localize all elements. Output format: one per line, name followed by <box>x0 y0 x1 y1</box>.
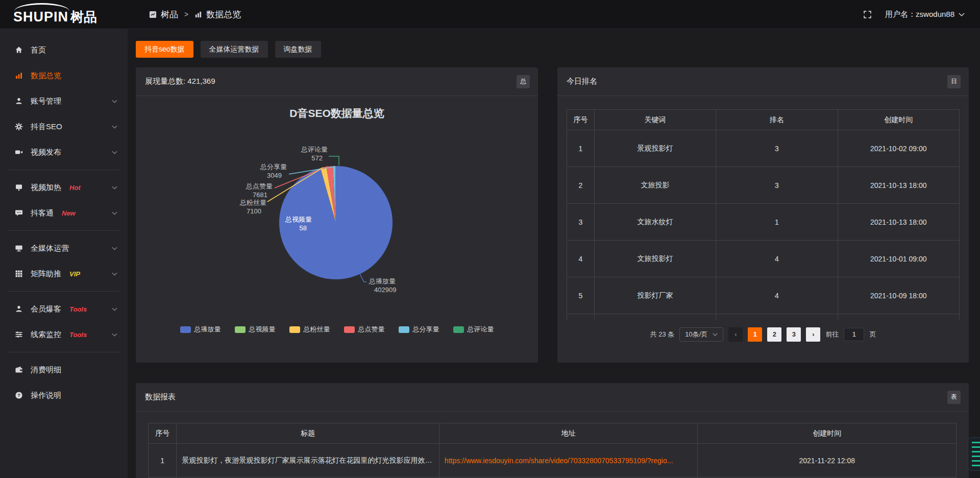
chevron-down-icon <box>112 211 117 215</box>
app-logo: SHUPIN 树品 <box>13 3 97 26</box>
sidebar-divider <box>8 352 119 352</box>
sidebar-item-member[interactable]: 会员爆客 Tools <box>0 296 128 322</box>
legend-item-shares[interactable]: 总分享量 <box>399 325 439 334</box>
user-icon <box>14 97 23 105</box>
breadcrumb-separator: > <box>184 10 188 18</box>
grid-icon <box>14 270 23 278</box>
chevron-down-icon <box>112 247 117 250</box>
sidebar-divider <box>8 230 119 231</box>
page-button-2[interactable]: 2 <box>767 327 781 342</box>
overview-toggle-button[interactable]: 总 <box>517 75 530 88</box>
tab-inquiry-data[interactable]: 询盘数据 <box>275 41 321 58</box>
goto-page-input[interactable] <box>844 328 864 341</box>
report-url-link[interactable]: https://www.iesdouyin.com/share/video/70… <box>445 457 693 465</box>
chat-bubble-icon <box>14 209 23 217</box>
svg-text:?: ? <box>17 392 20 398</box>
goto-unit: 页 <box>869 330 876 339</box>
sidebar-item-account[interactable]: 账号管理 <box>0 88 128 114</box>
sidebar-item-consumption[interactable]: 消费明细 <box>0 357 128 383</box>
question-icon: ? <box>14 391 23 399</box>
prev-page-button[interactable]: ‹ <box>728 327 743 342</box>
report-table: 序号 标题 地址 创建时间 1 景观投影灯，夜游景观投影灯厂家展示展示落花灯在花… <box>148 423 957 478</box>
legend-item-likes[interactable]: 总点赞量 <box>344 325 385 334</box>
sidebar-item-data-overview[interactable]: 数据总览 <box>0 63 128 88</box>
legend-swatch <box>344 326 355 333</box>
sidebar: 首页 数据总览 账号管理 抖音SEO 视频发布 <box>0 29 128 478</box>
legend-item-comments[interactable]: 总评论量 <box>453 325 494 334</box>
report-panel-title: 数据报表 <box>145 392 176 402</box>
pie-label-videos: 总视频量58 <box>266 215 312 232</box>
hot-badge: Hot <box>69 184 81 192</box>
chevron-down-icon <box>112 100 117 103</box>
breadcrumb-root[interactable]: 树品 <box>161 9 178 20</box>
legend-item-videos[interactable]: 总视频量 <box>235 325 276 334</box>
today-ranking-panel: 今日排名 日 序号 关键词 排名 创建时间 <box>557 67 969 363</box>
tab-media-ops-data[interactable]: 全媒体运营数据 <box>201 41 268 58</box>
sidebar-item-doukeitong[interactable]: 抖客通 New <box>0 200 128 226</box>
sidebar-item-help[interactable]: ? 操作说明 <box>0 383 128 408</box>
tools-badge: Tools <box>69 305 87 313</box>
sidebar-item-video-publish[interactable]: 视频发布 <box>0 139 128 165</box>
sidebar-item-home[interactable]: 首页 <box>0 37 128 63</box>
data-report-panel: 数据报表 表 序号 标题 地址 创建时间 <box>136 383 969 478</box>
goto-label: 前往 <box>825 330 839 339</box>
pie-label-fans: 总粉丝量7100 <box>220 198 266 216</box>
screen-icon <box>14 183 23 192</box>
fullscreen-icon[interactable] <box>863 10 872 19</box>
logo-text-en: SHUPIN <box>13 9 68 25</box>
page-button-3[interactable]: 3 <box>787 327 801 342</box>
ranking-table: 序号 关键词 排名 创建时间 1景观投影灯 32021-10-02 09:00 <box>567 109 960 321</box>
table-header-row: 序号 关键词 排名 创建时间 <box>567 110 960 130</box>
legend-item-fans[interactable]: 总粉丝量 <box>289 325 330 334</box>
chart-legend: 总播放量 总视频量 总粉丝量 总点赞量 总分享量 总评论量 <box>136 325 538 334</box>
breadcrumb: 树品 > 数据总览 <box>128 9 863 20</box>
bar-chart-icon <box>14 71 23 80</box>
legend-swatch <box>453 326 464 333</box>
chevron-down-icon <box>959 13 965 16</box>
bar-chart-icon <box>194 11 202 18</box>
monitor-icon <box>14 244 23 252</box>
table-row: 2文旅投影 32021-10-13 18:00 <box>567 167 960 204</box>
table-row: 4文旅投影灯 42021-10-01 09:00 <box>567 241 960 277</box>
table-row: 3文旅水纹灯 12021-10-13 18:00 <box>567 204 960 241</box>
report-toggle-button[interactable]: 表 <box>947 391 961 404</box>
logo-text-cn: 树品 <box>70 8 97 26</box>
pie-chart: D音SEO数据量总览 总评论量572 总分享量3049 总点赞量7681 总粉丝… <box>136 96 538 362</box>
chevron-down-icon <box>713 333 718 336</box>
report-title-text: 景观投影灯，夜游景观投影灯厂家展示展示落花灯在花园里的灯光投影应用效果 # <box>182 456 433 465</box>
sidebar-item-matrix-boost[interactable]: 矩阵助推 VIP <box>0 261 128 286</box>
vip-badge: VIP <box>69 270 80 278</box>
chevron-down-icon <box>112 186 117 189</box>
user-menu[interactable]: 用户名：zswodun88 <box>885 10 965 19</box>
table-header-row: 序号 标题 地址 创建时间 <box>149 423 957 444</box>
page-button-1[interactable]: 1 <box>748 327 762 342</box>
next-page-button[interactable]: › <box>806 327 820 342</box>
chart-title: D音SEO数据量总览 <box>136 106 538 121</box>
pagination: 共 23 条 10条/页 ‹ 1 2 3 › 前往 页 <box>567 327 960 342</box>
page-size-select[interactable]: 10条/页 <box>679 327 723 342</box>
today-toggle-button[interactable]: 日 <box>947 75 961 88</box>
data-tabs: 抖音seo数据 全媒体运营数据 询盘数据 <box>136 41 969 58</box>
chevron-down-icon <box>112 272 117 276</box>
pie-label-comments: 总评论量572 <box>282 145 328 162</box>
table-row: 1景观投影灯 32021-10-02 09:00 <box>567 130 960 167</box>
overview-panel: 展现量总数: 421,369 总 D音SEO数据量总览 <box>136 67 538 363</box>
chevron-down-icon <box>112 151 117 154</box>
main-content: 抖音seo数据 全媒体运营数据 询盘数据 展现量总数: 421,369 总 <box>128 29 980 478</box>
gear-icon <box>14 123 23 131</box>
sidebar-item-media-ops[interactable]: 全媒体运营 <box>0 235 128 261</box>
table-row: 5投影灯厂家 42021-10-09 18:00 <box>567 277 960 314</box>
app-square-icon <box>149 11 157 18</box>
chevron-down-icon <box>112 333 117 337</box>
sidebar-divider <box>8 170 119 170</box>
floating-widget[interactable] <box>968 437 980 471</box>
tab-douyin-seo-data[interactable]: 抖音seo数据 <box>136 41 193 58</box>
pie-label-shares: 总分享量3049 <box>241 162 287 180</box>
overview-panel-title: 展现量总数: 421,369 <box>145 77 215 86</box>
sidebar-item-leads[interactable]: 线索监控 Tools <box>0 322 128 347</box>
pie-label-plays: 总播放量402909 <box>369 277 420 294</box>
sidebar-item-douyin-seo[interactable]: 抖音SEO <box>0 114 128 139</box>
sidebar-item-video-heat[interactable]: 视频加热 Hot <box>0 175 128 200</box>
breadcrumb-current: 数据总览 <box>206 9 241 20</box>
legend-item-plays[interactable]: 总播放量 <box>180 325 221 334</box>
